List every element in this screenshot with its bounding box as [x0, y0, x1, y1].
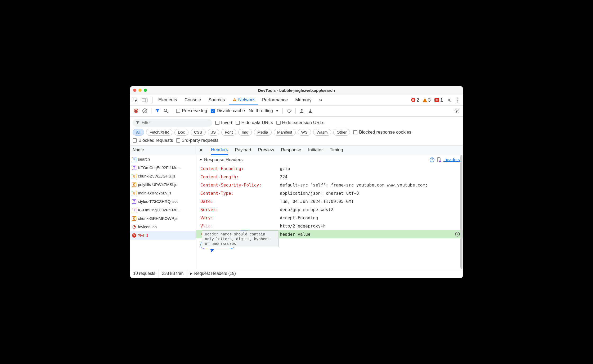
disclosure-triangle-icon: ▼	[199, 158, 203, 162]
name-column-header[interactable]: Name	[130, 145, 196, 155]
device-toolbar-icon[interactable]	[142, 97, 147, 103]
request-row[interactable]: ≡search	[130, 155, 196, 163]
tab-console[interactable]: Console	[181, 95, 205, 105]
pill-manifest[interactable]: Manifest	[274, 129, 296, 136]
pill-fetch-xhr[interactable]: Fetch/XHR	[146, 129, 172, 136]
svg-point-13	[456, 110, 457, 112]
request-row[interactable]: TKFOmCnqEu92Fr1Mu...	[130, 206, 196, 214]
header-row: Content-Length:224	[200, 173, 463, 181]
pill-media[interactable]: Media	[254, 129, 272, 136]
blocked-cookies-checkbox[interactable]: Blocked response cookies	[353, 130, 411, 135]
message-count[interactable]: ✕ 1	[434, 97, 443, 103]
tab-timing[interactable]: Timing	[330, 145, 343, 155]
request-headers-title[interactable]: ▶ Request Headers (19)	[187, 269, 463, 278]
minimize-window-button[interactable]	[138, 89, 142, 92]
js-icon: {}	[132, 191, 136, 195]
blocked-requests-checkbox[interactable]: Blocked requests	[133, 138, 173, 143]
pill-font[interactable]: Font	[221, 129, 236, 136]
window-title: DevTools - bubble-jingle.web.app/search	[258, 88, 335, 93]
svg-point-5	[449, 99, 450, 101]
download-har-icon[interactable]	[308, 108, 313, 113]
record-button[interactable]	[134, 108, 138, 113]
tab-elements[interactable]: Elements	[155, 95, 181, 105]
css-icon: T	[132, 199, 136, 204]
status-bar: 10 requests 238 kB tran ▶ Request Header…	[130, 269, 463, 278]
zoom-window-button[interactable]	[144, 89, 147, 92]
kebab-menu-icon[interactable]: ⋮	[455, 97, 460, 103]
close-details-icon[interactable]: ✕	[199, 147, 203, 153]
tab-headers[interactable]: Headers	[211, 145, 228, 155]
info-icon[interactable]: i	[455, 232, 460, 236]
header-row: Date:Tue, 04 Jun 2024 11:09:05 GMT	[200, 197, 463, 206]
disable-cache-checkbox[interactable]: ✓ Disable cache	[211, 108, 245, 113]
pill-ws[interactable]: WS	[298, 129, 311, 136]
pill-css[interactable]: CSS	[191, 129, 206, 136]
traffic-lights	[133, 89, 147, 92]
header-row: Content-Security-Policy:default-src 'sel…	[200, 181, 463, 189]
settings-icon[interactable]	[447, 97, 452, 103]
svg-rect-4	[234, 101, 235, 101]
pill-doc[interactable]: Doc	[174, 129, 188, 136]
pill-all[interactable]: All	[133, 129, 144, 136]
svg-line-11	[167, 111, 168, 113]
inspect-icon[interactable]	[133, 97, 138, 103]
pill-js[interactable]: JS	[208, 129, 219, 136]
preserve-log-checkbox[interactable]: Preserve log	[176, 108, 207, 113]
devtools-window: DevTools - bubble-jingle.web.app/search …	[130, 86, 463, 278]
request-row[interactable]: {}chunk-GRHMKOWP.js	[130, 214, 196, 223]
hide-data-urls-checkbox[interactable]: Hide data URLs	[236, 120, 273, 125]
third-party-checkbox[interactable]: 3rd-party requests	[176, 138, 218, 143]
warning-icon	[232, 98, 237, 102]
error-icon: ✕	[411, 98, 415, 102]
svg-point-17	[439, 161, 441, 162]
error-count[interactable]: ✕ 2	[411, 97, 419, 103]
tab-network[interactable]: Network	[229, 95, 258, 105]
tab-preview[interactable]: Preview	[258, 145, 274, 155]
message-icon: ✕	[434, 98, 439, 102]
tab-payload[interactable]: Payload	[235, 145, 251, 155]
request-row[interactable]: TKFOmCnqEu92Fr1Mu...	[130, 163, 196, 172]
filter-toggle-icon[interactable]	[155, 108, 160, 113]
tab-performance[interactable]: Performance	[258, 95, 291, 105]
favicon-icon	[132, 225, 136, 229]
hide-extension-urls-checkbox[interactable]: Hide extension URLs	[276, 120, 325, 125]
throttling-select[interactable]: No throttling ▼	[249, 108, 279, 113]
tab-sources[interactable]: Sources	[205, 95, 228, 105]
help-icon[interactable]: ?	[430, 157, 434, 162]
svg-point-12	[289, 112, 289, 113]
tab-memory[interactable]: Memory	[291, 95, 315, 105]
clear-button[interactable]	[142, 108, 147, 113]
network-conditions-icon[interactable]	[286, 108, 292, 113]
pill-img[interactable]: Img	[238, 129, 252, 136]
close-window-button[interactable]	[133, 89, 136, 92]
warning-count[interactable]: 3	[423, 97, 431, 103]
invert-checkbox[interactable]: Invert	[215, 120, 232, 125]
top-tabs: Elements Console Sources Network Perform…	[130, 95, 463, 106]
validation-tooltip: Header names should contain only letters…	[202, 230, 279, 248]
request-detail-pane: ✕ Headers Payload Preview Response Initi…	[196, 145, 463, 269]
request-row[interactable]: {}chunk-Z5WZJGHS.js	[130, 172, 196, 180]
warning-icon	[423, 98, 427, 102]
js-icon: {}	[132, 183, 136, 187]
request-row[interactable]: ✕?lvl=1	[130, 231, 196, 240]
search-icon[interactable]	[164, 108, 168, 113]
upload-har-icon[interactable]	[299, 108, 304, 113]
filter-input[interactable]: Filter	[133, 119, 212, 127]
scrollbar[interactable]	[460, 155, 462, 269]
response-headers-title[interactable]: ▼ Response Headers ? .headers	[196, 155, 463, 165]
pill-wasm[interactable]: Wasm	[313, 129, 331, 136]
svg-text:?: ?	[431, 158, 433, 162]
request-row[interactable]: favicon.ico	[130, 223, 196, 231]
request-row[interactable]: {}main-G3PZY5LV.js	[130, 189, 196, 197]
request-row[interactable]: Tstyles-T73CSHRQ.css	[130, 197, 196, 206]
pill-other[interactable]: Other	[333, 129, 350, 136]
svg-rect-2	[145, 99, 147, 102]
header-row: Server:deno/gcp-europe-west2	[200, 206, 463, 214]
tab-initiator[interactable]: Initiator	[308, 145, 323, 155]
more-tabs[interactable]: »	[315, 95, 326, 105]
header-row: Vary:Accept-Encoding	[200, 214, 463, 222]
request-row[interactable]: {}polyfills-UPW4ZMSI.js	[130, 180, 196, 189]
headers-file-link[interactable]: .headers	[443, 157, 460, 162]
toolbar-settings-icon[interactable]	[454, 108, 459, 113]
tab-response[interactable]: Response	[281, 145, 301, 155]
